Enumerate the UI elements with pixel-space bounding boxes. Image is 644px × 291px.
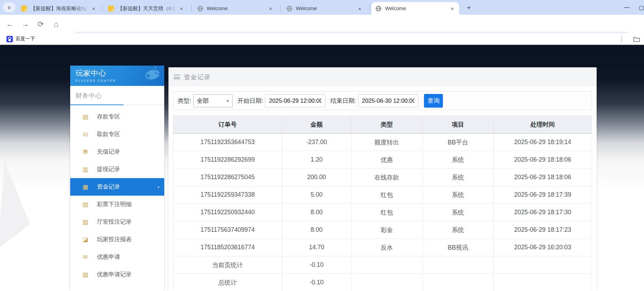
baidu-paw-icon (6, 36, 13, 42)
tab-separator (191, 5, 192, 11)
tab-strip: ∨ 【新提醒】海燕策略论坛综合交 × 【新提醒】天天竞猜（6月29日 × Wel… (0, 0, 644, 15)
bookmark-baidu[interactable]: 百度一下 (4, 34, 38, 43)
browser-toolbar: ← → ⟳ ⌂ js13.cc/hhcp/usercenter.html?ini… (0, 15, 644, 33)
home-button[interactable]: ⌂ (51, 19, 62, 30)
cell-order-no: 1751185203616774 (173, 239, 282, 256)
tab-welcome-2[interactable]: Welcome × (282, 2, 366, 15)
close-icon[interactable]: × (449, 5, 456, 12)
background-triangle-decoration (0, 161, 30, 249)
sidebar-item-withdrawal-records[interactable]: ▥ 提现记录 (70, 161, 164, 178)
cell-type (351, 274, 423, 291)
sidebar-item-promo-apply-records[interactable]: ▨ 优惠申请记录 (70, 266, 164, 283)
bookmarks-divider (621, 35, 622, 42)
sidebar-item-promo-apply[interactable]: ✉ 优惠申请 (70, 248, 164, 266)
forum-favicon-icon (108, 6, 114, 12)
cell-amount: 8.00 (282, 221, 351, 239)
table-row: 1751192286292699 1.20 优惠 系统 2025-06-29 1… (173, 151, 592, 169)
tab-title: Welcome (296, 6, 354, 11)
cell-type: 在线存款 (351, 169, 423, 186)
window-controls: — ▢ (619, 0, 644, 15)
sidebar-item-label: 充值记录 (97, 148, 120, 156)
globe-icon (286, 6, 292, 12)
cell-project: 系统 (422, 221, 493, 239)
cell-order-no: 1751192286292699 (173, 151, 282, 169)
panel-content: 类型: 全部 ∨ 开始日期: 结束日期: 查询 订单号 (168, 87, 597, 291)
sidebar-item-recharge-records[interactable]: ⛃ 充值记录 (70, 143, 164, 161)
cell-type (351, 256, 423, 274)
cell-time: 2025-06-29 18:18:06 (493, 169, 592, 186)
close-icon[interactable]: × (178, 5, 185, 12)
sidebar-item-hall-bet-records[interactable]: ▧ 厅室投注记录 (70, 213, 164, 231)
deposit-card-icon: ▤ (81, 113, 90, 121)
cell-order-no: 1751175637409974 (173, 221, 282, 239)
maximize-button[interactable]: ▢ (634, 0, 644, 15)
cell-amount: 8.00 (282, 204, 351, 221)
cell-type: 红包 (351, 186, 423, 204)
start-date-input[interactable] (265, 94, 325, 107)
header-order-no: 订单号 (173, 116, 282, 134)
list-icon: ▧ (81, 218, 90, 226)
cell-project: BB平台 (422, 134, 493, 151)
table-row: 1751192286275045 200.00 在线存款 系统 2025-06-… (173, 169, 592, 186)
cell-project: 系统 (422, 204, 493, 221)
table-row: 1751175637409974 8.00 彩金 系统 2025-06-29 1… (173, 221, 592, 239)
cell-amount: 1.20 (282, 151, 351, 169)
end-date-label: 结束日期: (330, 97, 356, 105)
cell-type: 彩金 (351, 221, 423, 239)
reload-button[interactable]: ⟳ (35, 19, 46, 30)
tab-welcome-active[interactable]: Welcome × (371, 2, 459, 15)
promo-envelope-icon: ✉ (81, 253, 90, 261)
cell-amount: 14.70 (282, 239, 351, 256)
cell-time (493, 274, 592, 291)
table-row: 1751185203616774 14.70 反水 BB视讯 2025-06-2… (173, 239, 592, 256)
sidebar-item-deposit[interactable]: ▤ 存款专区 (70, 108, 164, 126)
query-button[interactable]: 查询 (424, 94, 443, 108)
close-icon[interactable]: × (267, 5, 274, 12)
type-select-value: 全部 (197, 97, 209, 105)
minimize-button[interactable]: — (619, 0, 634, 15)
moneybag-icon: ⛃ (81, 148, 90, 156)
tab-welcome-1[interactable]: Welcome × (193, 2, 277, 15)
close-icon[interactable]: × (357, 5, 363, 12)
cell-time (493, 256, 592, 274)
cell-amount: -237.00 (282, 134, 351, 151)
end-date-input[interactable] (358, 94, 418, 107)
globe-icon (197, 6, 203, 12)
chevron-down-icon: ∨ (7, 5, 11, 10)
sidebar-item-lottery-bet-details[interactable]: ▤ 彩票下注明细 (70, 196, 164, 213)
sidebar-item-player-bet-report[interactable]: ◪ 玩家投注报表 (70, 231, 164, 248)
player-center-sidebar: 玩家中心 PLAYERS CENTER 财务中心 ▤ 存款专区 ⛁ 取款专区 (70, 66, 164, 291)
cell-time: 2025-06-29 18:17:23 (493, 221, 592, 239)
forward-button[interactable]: → (20, 19, 31, 30)
cell-time: 2025-06-29 18:19:14 (493, 134, 592, 151)
cell-amount: -0.10 (282, 274, 351, 291)
sidebar-banner: 玩家中心 PLAYERS CENTER (70, 66, 164, 86)
back-button[interactable]: ← (4, 19, 15, 30)
header-type: 类型 (351, 116, 423, 134)
close-icon[interactable]: × (91, 5, 97, 12)
table-row: 1751192353644753 -237.00 额度转出 BB平台 2025-… (173, 134, 592, 151)
browser-window: ∨ 【新提醒】海燕策略论坛综合交 × 【新提醒】天天竞猜（6月29日 × Wel… (0, 0, 644, 291)
chevron-right-icon: › (158, 184, 159, 190)
tab-forum-1[interactable]: 【新提醒】海燕策略论坛综合交 × (17, 2, 100, 15)
cell-summary-label: 总统计 (173, 274, 282, 291)
type-select[interactable]: 全部 ∨ (193, 94, 233, 107)
wallet-icon: ▥ (81, 166, 90, 173)
sidebar-item-fund-records[interactable]: ▦ 资金记录 › (70, 178, 164, 196)
tab-forum-2[interactable]: 【新提醒】天天竞猜（6月29日 × (104, 2, 188, 15)
filter-bar: 类型: 全部 ∨ 开始日期: 结束日期: 查询 (173, 91, 592, 110)
cell-project: 系统 (422, 169, 493, 186)
table-row: 1751192250932440 8.00 红包 系统 2025-06-29 1… (173, 204, 592, 221)
sidebar-item-withdraw[interactable]: ⛁ 取款专区 (70, 126, 164, 143)
tab-search-button[interactable]: ∨ (3, 2, 15, 12)
tab-title: Welcome (385, 6, 447, 11)
cell-type: 红包 (351, 204, 423, 221)
table-row-total-summary: 总统计 -0.10 (173, 274, 592, 291)
cell-order-no: 1751192353644753 (173, 134, 282, 151)
bookmarks-bar: 百度一下 (0, 33, 644, 45)
chevron-down-icon: ∨ (226, 99, 229, 103)
new-tab-button[interactable]: + (464, 3, 474, 13)
tab-separator (280, 5, 281, 11)
other-bookmarks-folder[interactable] (632, 35, 641, 43)
type-label: 类型: (178, 97, 191, 105)
